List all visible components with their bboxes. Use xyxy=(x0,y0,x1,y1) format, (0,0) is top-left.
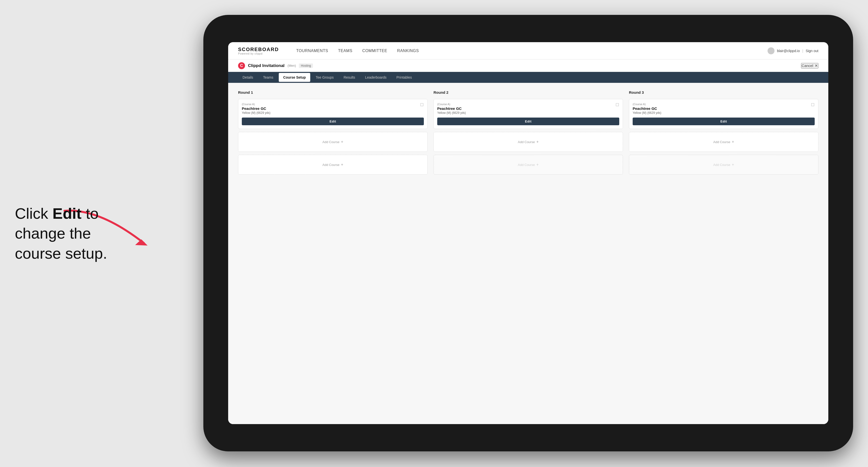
round-3-title: Round 3 xyxy=(629,90,818,94)
nav-committee[interactable]: COMMITTEE xyxy=(362,49,388,53)
nav-links: TOURNAMENTS TEAMS COMMITTEE RANKINGS xyxy=(296,49,755,53)
tournament-name: Clippd Invitational xyxy=(248,63,284,68)
add-icon-r3-2: + xyxy=(732,163,734,167)
nav-rankings[interactable]: RANKINGS xyxy=(397,49,419,53)
round-2-course-card: ☐ (Course A) Peachtree GC Yellow (M) (66… xyxy=(434,99,623,129)
add-icon-r2: + xyxy=(536,140,539,144)
round-1-add-course-1[interactable]: Add Course + xyxy=(238,132,428,152)
round-1-course-card: ☐ (Course A) Peachtree GC Yellow (M) (66… xyxy=(238,99,428,129)
round-3-course-label: (Course A) xyxy=(633,103,815,106)
round-2-add-course-2: Add Course + xyxy=(434,155,623,175)
round-2-edit-button[interactable]: Edit xyxy=(437,118,619,125)
round-2-column: Round 2 ☐ (Course A) Peachtree GC Yellow… xyxy=(434,90,623,175)
add-icon: + xyxy=(341,140,343,144)
round-3-course-card: ☐ (Course A) Peachtree GC Yellow (M) (66… xyxy=(629,99,818,129)
round-3-column: Round 3 ☐ (Course A) Peachtree GC Yellow… xyxy=(629,90,818,175)
svg-marker-0 xyxy=(135,239,148,246)
tab-navigation: Details Teams Course Setup Tee Groups Re… xyxy=(228,72,828,83)
nav-teams[interactable]: TEAMS xyxy=(338,49,352,53)
round-1-course-name: Peachtree GC xyxy=(242,106,424,111)
round-1-edit-button[interactable]: Edit xyxy=(242,118,424,125)
round-3-delete-icon[interactable]: ☐ xyxy=(810,102,815,107)
tournament-gender: (Men) xyxy=(287,64,296,67)
tab-tee-groups[interactable]: Tee Groups xyxy=(311,73,338,82)
add-icon-2: + xyxy=(341,163,343,167)
tab-teams[interactable]: Teams xyxy=(259,73,278,82)
cancel-button[interactable]: Cancel ✕ xyxy=(801,63,818,68)
round-1-course-label: (Course A) xyxy=(242,103,424,106)
sub-header: C Clippd Invitational (Men) Hosting Canc… xyxy=(228,60,828,72)
hosting-badge: Hosting xyxy=(299,63,313,68)
instruction-text: Click Edit tochange thecourse setup. xyxy=(15,204,107,263)
round-1-course-details: Yellow (M) (6629 yds) xyxy=(242,111,424,115)
user-email: blair@clippd.io xyxy=(777,49,800,53)
round-2-course-name: Peachtree GC xyxy=(437,106,619,111)
round-2-course-label: (Course A) xyxy=(437,103,619,106)
tab-leaderboards[interactable]: Leaderboards xyxy=(361,73,391,82)
round-1-title: Round 1 xyxy=(238,90,428,94)
top-navigation: SCOREBOARD Powered by clippd TOURNAMENTS… xyxy=(228,42,828,60)
tab-results[interactable]: Results xyxy=(339,73,360,82)
nav-divider: | xyxy=(802,49,803,53)
round-1-column: Round 1 ☐ (Course A) Peachtree GC Yellow… xyxy=(238,90,428,175)
round-2-course-details: Yellow (M) (6629 yds) xyxy=(437,111,619,115)
app-logo: SCOREBOARD Powered by clippd xyxy=(238,46,279,55)
tablet-screen: SCOREBOARD Powered by clippd TOURNAMENTS… xyxy=(228,42,828,424)
add-icon-r2-2: + xyxy=(536,163,539,167)
round-3-add-course-2: Add Course + xyxy=(629,155,818,175)
clippd-icon: C xyxy=(238,62,245,69)
round-2-delete-icon[interactable]: ☐ xyxy=(615,102,620,107)
user-avatar xyxy=(768,48,775,54)
logo-text: SCOREBOARD xyxy=(238,46,279,52)
round-2-title: Round 2 xyxy=(434,90,623,94)
nav-tournaments[interactable]: TOURNAMENTS xyxy=(296,49,328,53)
round-1-add-course-2[interactable]: Add Course + xyxy=(238,155,428,175)
round-1-delete-icon[interactable]: ☐ xyxy=(420,102,424,107)
add-icon-r3: + xyxy=(732,140,734,144)
rounds-container: Round 1 ☐ (Course A) Peachtree GC Yellow… xyxy=(238,90,818,175)
round-3-course-name: Peachtree GC xyxy=(633,106,815,111)
round-3-course-details: Yellow (M) (6629 yds) xyxy=(633,111,815,115)
main-content: Round 1 ☐ (Course A) Peachtree GC Yellow… xyxy=(228,83,828,424)
round-2-add-course-1[interactable]: Add Course + xyxy=(434,132,623,152)
sub-header-left: C Clippd Invitational (Men) Hosting xyxy=(238,62,313,69)
round-3-edit-button[interactable]: Edit xyxy=(633,118,815,125)
nav-user-section: blair@clippd.io | Sign out xyxy=(768,48,818,54)
tab-details[interactable]: Details xyxy=(238,73,258,82)
round-3-add-course-1[interactable]: Add Course + xyxy=(629,132,818,152)
tab-printables[interactable]: Printables xyxy=(392,73,416,82)
logo-subtext: Powered by clippd xyxy=(238,52,279,55)
sign-out-link[interactable]: Sign out xyxy=(806,49,818,53)
tablet-device: SCOREBOARD Powered by clippd TOURNAMENTS… xyxy=(204,15,853,452)
tab-course-setup[interactable]: Course Setup xyxy=(279,73,310,82)
